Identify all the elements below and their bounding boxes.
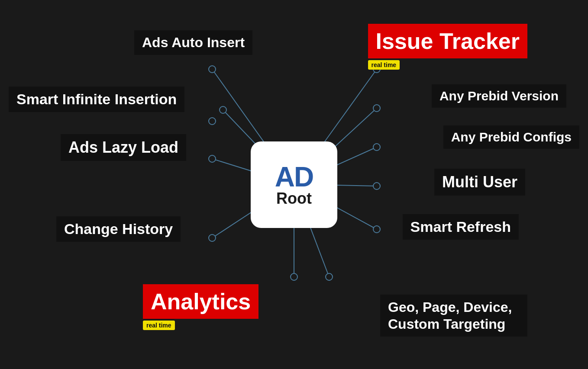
center-logo: AD Root: [251, 141, 337, 228]
smart-infinite-box: Smart Infinite Insertion: [9, 87, 184, 112]
svg-point-4: [220, 106, 226, 113]
ads-auto-insert-box: Ads Auto Insert: [134, 30, 252, 55]
smart-refresh-label: Smart Refresh: [403, 214, 519, 240]
multi-user-label: Multi User: [434, 169, 525, 196]
svg-point-18: [373, 183, 380, 189]
change-history-label: Change History: [56, 216, 181, 242]
analytics-box: Analytics real time: [143, 284, 258, 330]
analytics-badge: real time: [143, 321, 175, 330]
svg-point-14: [373, 105, 380, 112]
issue-tracker-badge: real time: [368, 60, 400, 70]
any-prebid-version-box: Any Prebid Version: [432, 84, 566, 108]
svg-point-10: [291, 273, 297, 280]
geo-page-label: Geo, Page, Device,Custom Targeting: [380, 295, 527, 337]
svg-point-20: [373, 226, 380, 233]
any-prebid-version-label: Any Prebid Version: [432, 84, 566, 108]
logo-ad-text: AD: [275, 163, 313, 191]
logo-root-text: Root: [276, 191, 312, 206]
any-prebid-configs-label: Any Prebid Configs: [443, 125, 579, 149]
ads-lazy-load-box: Ads Lazy Load: [61, 134, 186, 161]
multi-user-box: Multi User: [434, 169, 525, 196]
svg-point-8: [209, 234, 216, 241]
svg-point-1: [209, 66, 216, 73]
ads-lazy-load-label: Ads Lazy Load: [61, 134, 186, 161]
issue-tracker-box: Issue Tracker real time: [368, 24, 527, 70]
change-history-box: Change History: [56, 216, 181, 242]
any-prebid-configs-box: Any Prebid Configs: [443, 125, 579, 149]
analytics-label: Analytics: [143, 284, 258, 319]
issue-tracker-label: Issue Tracker: [368, 24, 527, 58]
svg-point-16: [373, 144, 380, 151]
svg-point-6: [209, 155, 216, 162]
svg-point-2: [209, 118, 216, 125]
ads-auto-insert-label: Ads Auto Insert: [134, 30, 252, 55]
geo-page-box: Geo, Page, Device,Custom Targeting: [380, 295, 527, 337]
smart-refresh-box: Smart Refresh: [403, 214, 519, 240]
smart-infinite-label: Smart Infinite Insertion: [9, 87, 184, 112]
svg-point-22: [326, 273, 333, 280]
